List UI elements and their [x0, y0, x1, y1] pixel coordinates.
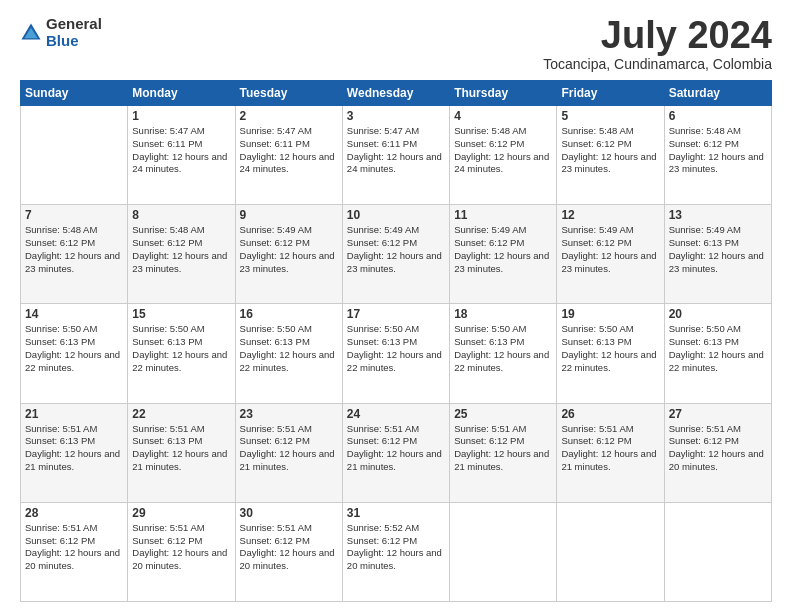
day-number: 25: [454, 407, 552, 421]
day-number: 2: [240, 109, 338, 123]
cell-info: Sunrise: 5:49 AMSunset: 6:12 PMDaylight:…: [240, 224, 335, 273]
day-number: 31: [347, 506, 445, 520]
cell-info: Sunrise: 5:51 AMSunset: 6:12 PMDaylight:…: [347, 423, 442, 472]
header: General Blue July 2024 Tocancipa, Cundin…: [20, 16, 772, 72]
calendar-cell: 24Sunrise: 5:51 AMSunset: 6:12 PMDayligh…: [342, 403, 449, 502]
calendar-cell: 4Sunrise: 5:48 AMSunset: 6:12 PMDaylight…: [450, 106, 557, 205]
day-number: 10: [347, 208, 445, 222]
month-title: July 2024: [543, 16, 772, 54]
logo-general: General: [46, 16, 102, 33]
calendar-cell: 30Sunrise: 5:51 AMSunset: 6:12 PMDayligh…: [235, 502, 342, 601]
calendar-cell: 16Sunrise: 5:50 AMSunset: 6:13 PMDayligh…: [235, 304, 342, 403]
calendar-cell: 12Sunrise: 5:49 AMSunset: 6:12 PMDayligh…: [557, 205, 664, 304]
calendar-cell: 17Sunrise: 5:50 AMSunset: 6:13 PMDayligh…: [342, 304, 449, 403]
day-number: 8: [132, 208, 230, 222]
cell-info: Sunrise: 5:49 AMSunset: 6:12 PMDaylight:…: [454, 224, 549, 273]
calendar-cell: 31Sunrise: 5:52 AMSunset: 6:12 PMDayligh…: [342, 502, 449, 601]
cell-info: Sunrise: 5:51 AMSunset: 6:12 PMDaylight:…: [240, 522, 335, 571]
day-header-tuesday: Tuesday: [235, 81, 342, 106]
calendar-cell: 11Sunrise: 5:49 AMSunset: 6:12 PMDayligh…: [450, 205, 557, 304]
calendar-cell: 5Sunrise: 5:48 AMSunset: 6:12 PMDaylight…: [557, 106, 664, 205]
day-number: 29: [132, 506, 230, 520]
calendar-cell: 18Sunrise: 5:50 AMSunset: 6:13 PMDayligh…: [450, 304, 557, 403]
day-number: 5: [561, 109, 659, 123]
cell-info: Sunrise: 5:51 AMSunset: 6:12 PMDaylight:…: [240, 423, 335, 472]
day-number: 23: [240, 407, 338, 421]
day-number: 22: [132, 407, 230, 421]
cell-info: Sunrise: 5:50 AMSunset: 6:13 PMDaylight:…: [347, 323, 442, 372]
cell-info: Sunrise: 5:48 AMSunset: 6:12 PMDaylight:…: [25, 224, 120, 273]
calendar-week-2: 14Sunrise: 5:50 AMSunset: 6:13 PMDayligh…: [21, 304, 772, 403]
calendar-cell: 26Sunrise: 5:51 AMSunset: 6:12 PMDayligh…: [557, 403, 664, 502]
cell-info: Sunrise: 5:47 AMSunset: 6:11 PMDaylight:…: [240, 125, 335, 174]
day-header-wednesday: Wednesday: [342, 81, 449, 106]
day-number: 4: [454, 109, 552, 123]
calendar-cell: 13Sunrise: 5:49 AMSunset: 6:13 PMDayligh…: [664, 205, 771, 304]
cell-info: Sunrise: 5:51 AMSunset: 6:12 PMDaylight:…: [454, 423, 549, 472]
location: Tocancipa, Cundinamarca, Colombia: [543, 56, 772, 72]
calendar-table: SundayMondayTuesdayWednesdayThursdayFrid…: [20, 80, 772, 602]
day-number: 1: [132, 109, 230, 123]
page: General Blue July 2024 Tocancipa, Cundin…: [0, 0, 792, 612]
calendar-cell: [664, 502, 771, 601]
cell-info: Sunrise: 5:47 AMSunset: 6:11 PMDaylight:…: [132, 125, 227, 174]
day-number: 21: [25, 407, 123, 421]
cell-info: Sunrise: 5:48 AMSunset: 6:12 PMDaylight:…: [561, 125, 656, 174]
day-number: 12: [561, 208, 659, 222]
cell-info: Sunrise: 5:51 AMSunset: 6:13 PMDaylight:…: [25, 423, 120, 472]
day-number: 14: [25, 307, 123, 321]
calendar-cell: 10Sunrise: 5:49 AMSunset: 6:12 PMDayligh…: [342, 205, 449, 304]
calendar-week-4: 28Sunrise: 5:51 AMSunset: 6:12 PMDayligh…: [21, 502, 772, 601]
logo-blue: Blue: [46, 33, 102, 50]
calendar-week-1: 7Sunrise: 5:48 AMSunset: 6:12 PMDaylight…: [21, 205, 772, 304]
calendar-cell: 22Sunrise: 5:51 AMSunset: 6:13 PMDayligh…: [128, 403, 235, 502]
calendar-cell: [450, 502, 557, 601]
cell-info: Sunrise: 5:50 AMSunset: 6:13 PMDaylight:…: [240, 323, 335, 372]
calendar-cell: 21Sunrise: 5:51 AMSunset: 6:13 PMDayligh…: [21, 403, 128, 502]
calendar-week-3: 21Sunrise: 5:51 AMSunset: 6:13 PMDayligh…: [21, 403, 772, 502]
logo: General Blue: [20, 16, 102, 49]
calendar-cell: 25Sunrise: 5:51 AMSunset: 6:12 PMDayligh…: [450, 403, 557, 502]
calendar-cell: 3Sunrise: 5:47 AMSunset: 6:11 PMDaylight…: [342, 106, 449, 205]
cell-info: Sunrise: 5:51 AMSunset: 6:12 PMDaylight:…: [25, 522, 120, 571]
day-number: 15: [132, 307, 230, 321]
day-number: 17: [347, 307, 445, 321]
title-section: July 2024 Tocancipa, Cundinamarca, Colom…: [543, 16, 772, 72]
calendar-cell: 29Sunrise: 5:51 AMSunset: 6:12 PMDayligh…: [128, 502, 235, 601]
day-number: 26: [561, 407, 659, 421]
day-number: 24: [347, 407, 445, 421]
cell-info: Sunrise: 5:51 AMSunset: 6:12 PMDaylight:…: [561, 423, 656, 472]
cell-info: Sunrise: 5:49 AMSunset: 6:12 PMDaylight:…: [561, 224, 656, 273]
cell-info: Sunrise: 5:47 AMSunset: 6:11 PMDaylight:…: [347, 125, 442, 174]
cell-info: Sunrise: 5:49 AMSunset: 6:12 PMDaylight:…: [347, 224, 442, 273]
cell-info: Sunrise: 5:50 AMSunset: 6:13 PMDaylight:…: [669, 323, 764, 372]
day-header-sunday: Sunday: [21, 81, 128, 106]
logo-icon: [20, 22, 42, 44]
day-number: 11: [454, 208, 552, 222]
day-header-thursday: Thursday: [450, 81, 557, 106]
calendar-cell: 14Sunrise: 5:50 AMSunset: 6:13 PMDayligh…: [21, 304, 128, 403]
calendar-cell: 9Sunrise: 5:49 AMSunset: 6:12 PMDaylight…: [235, 205, 342, 304]
day-header-monday: Monday: [128, 81, 235, 106]
cell-info: Sunrise: 5:50 AMSunset: 6:13 PMDaylight:…: [561, 323, 656, 372]
calendar-cell: 28Sunrise: 5:51 AMSunset: 6:12 PMDayligh…: [21, 502, 128, 601]
calendar-week-0: 1Sunrise: 5:47 AMSunset: 6:11 PMDaylight…: [21, 106, 772, 205]
day-number: 19: [561, 307, 659, 321]
calendar-cell: 23Sunrise: 5:51 AMSunset: 6:12 PMDayligh…: [235, 403, 342, 502]
day-number: 30: [240, 506, 338, 520]
day-number: 13: [669, 208, 767, 222]
day-number: 7: [25, 208, 123, 222]
calendar-cell: 15Sunrise: 5:50 AMSunset: 6:13 PMDayligh…: [128, 304, 235, 403]
cell-info: Sunrise: 5:51 AMSunset: 6:12 PMDaylight:…: [132, 522, 227, 571]
cell-info: Sunrise: 5:50 AMSunset: 6:13 PMDaylight:…: [25, 323, 120, 372]
calendar-cell: 1Sunrise: 5:47 AMSunset: 6:11 PMDaylight…: [128, 106, 235, 205]
cell-info: Sunrise: 5:49 AMSunset: 6:13 PMDaylight:…: [669, 224, 764, 273]
cell-info: Sunrise: 5:52 AMSunset: 6:12 PMDaylight:…: [347, 522, 442, 571]
cell-info: Sunrise: 5:48 AMSunset: 6:12 PMDaylight:…: [454, 125, 549, 174]
day-number: 3: [347, 109, 445, 123]
day-number: 20: [669, 307, 767, 321]
calendar-cell: 27Sunrise: 5:51 AMSunset: 6:12 PMDayligh…: [664, 403, 771, 502]
logo-text: General Blue: [46, 16, 102, 49]
day-header-friday: Friday: [557, 81, 664, 106]
calendar-cell: 8Sunrise: 5:48 AMSunset: 6:12 PMDaylight…: [128, 205, 235, 304]
